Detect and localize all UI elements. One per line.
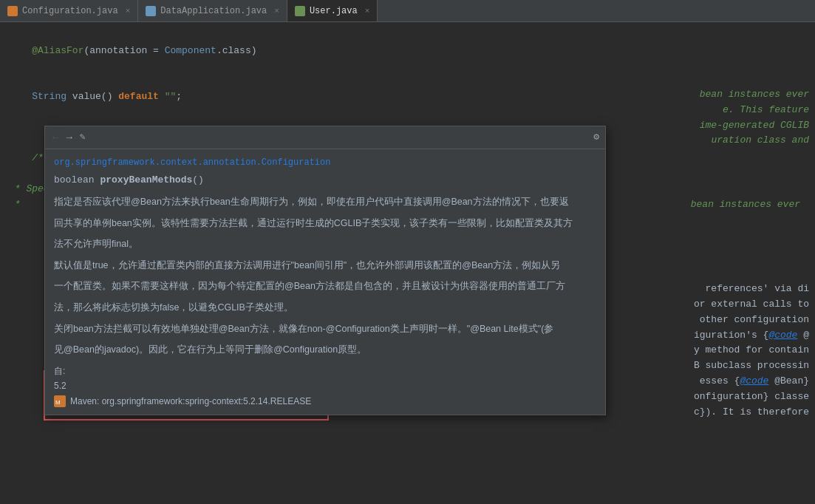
maven-icon: M [54,395,66,407]
popup-desc-4: 默认值是true，允许通过配置类内部的直接方法调用进行"bean间引用"，也允许… [54,258,596,273]
popup-maven-label: Maven: org.springframework:spring-contex… [70,394,311,409]
tab-configuration-label: Configuration.java [22,6,118,16]
right-line-4: uration class and [694,133,809,149]
popup-back-button[interactable]: ← [51,129,60,146]
user-file-icon [295,6,305,16]
tab-configuration[interactable]: Configuration.java × [0,0,138,21]
popup-desc-2: 回共享的单例bean实例。该特性需要方法拦截，通过运行时生成的CGLIB子类实现… [54,216,596,231]
code-line-1: @AliasFor(annotation = Component.class) [9,28,806,74]
tab-user-label: User.java [310,6,358,16]
popup-desc-8: 见@Bean的javadoc)。因此，它在行为上等同于删除@Configurat… [54,342,596,358]
popup-forward-button[interactable]: → [64,129,73,146]
popup-edit-button[interactable]: ✎ [80,130,86,146]
code-line-2: String value() default ""; [9,74,806,120]
tab-dataapplication-close[interactable]: × [274,7,279,16]
popup-desc-6: 法，那么将此标志切换为false，以避免CGLIB子类处理。 [54,300,596,316]
svg-text:M: M [55,399,61,406]
popup-since: 自: 5.2 [54,364,596,394]
java-file-icon [7,6,18,16]
right-line-2: e. This feature [694,103,809,118]
tab-dataapplication[interactable]: DataApplication.java × [138,0,287,21]
popup-desc-7: 关闭bean方法拦截可以有效地单独处理@Bean方法，就像在non-@Confi… [54,321,596,337]
tab-configuration-close[interactable]: × [126,7,131,16]
popup-body: org.springframework.context.annotation.C… [45,149,605,415]
popup-method-name: proxyBeanMethods [100,174,192,185]
popup-desc-5: 一个配置类。如果不需要这样做，因为每个特定配置的@Bean方法都是自包含的，并且… [54,279,596,294]
popup-class-ref: org.springframework.context.annotation.C… [54,155,596,170]
tab-bar: Configuration.java × DataApplication.jav… [0,0,815,22]
right-line-3: ime-generated CGLIB [694,118,809,134]
right-line-1: bean instances ever [694,87,809,103]
popup-desc-3: 法不允许声明final。 [54,236,596,252]
tab-user[interactable]: User.java × [287,0,378,21]
popup-maven: M Maven: org.springframework:spring-cont… [54,394,596,409]
code-editor: @AliasFor(annotation = Component.class) … [0,22,815,495]
popup-header: ← → ✎ ⚙ [45,126,605,149]
popup-method-signature: boolean proxyBeanMethods() [54,172,596,188]
data-file-icon [146,6,156,16]
tab-user-close[interactable]: × [365,7,370,16]
tab-dataapplication-label: DataApplication.java [160,6,267,16]
popup-gear-button[interactable]: ⚙ [593,130,599,146]
popup-desc-1: 指定是否应该代理@Bean方法来执行bean生命周期行为，例如，即使在用户代码中… [54,194,596,210]
javadoc-popup: ← → ✎ ⚙ org.springframework.context.anno… [44,126,606,415]
